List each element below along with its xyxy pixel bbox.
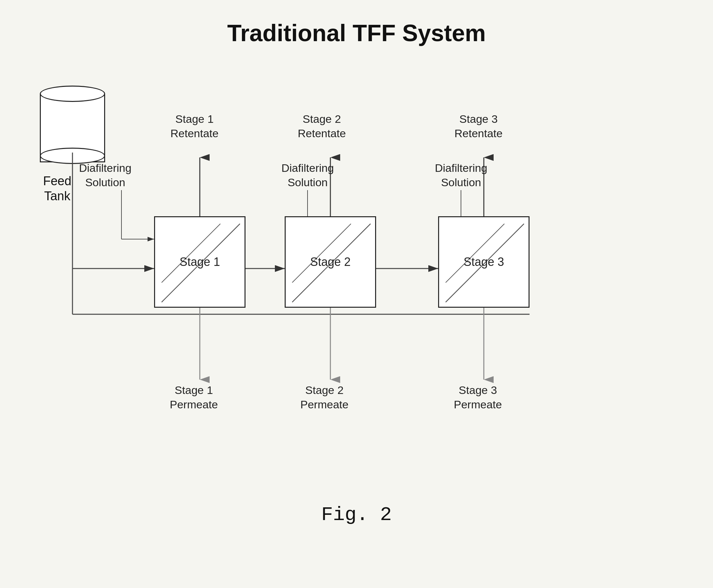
page-title: Traditional TFF System: [227, 20, 486, 46]
stage3-box: Stage 3: [438, 216, 530, 308]
stage3-diafiltering-label: Diafiltering Solution: [435, 161, 488, 189]
stage1-permeate-label: Stage 1 Permeate: [170, 383, 218, 412]
stage1-box: Stage 1: [154, 216, 245, 308]
stage3-label: Stage 3: [439, 255, 528, 269]
svg-line-26: [446, 224, 504, 282]
fig-caption: Fig. 2: [321, 504, 392, 526]
stage2-label: Stage 2: [286, 255, 375, 269]
svg-line-24: [292, 224, 351, 282]
stage1-diafiltering-label: Diafiltering Solution: [79, 161, 132, 189]
stage3-retentate-label: Stage 3 Retentate: [454, 112, 502, 141]
tank-top-ellipse: [40, 86, 105, 102]
stage1-label: Stage 1: [155, 255, 244, 269]
svg-line-22: [161, 224, 220, 282]
stage2-box: Stage 2: [285, 216, 376, 308]
stage1-retentate-label: Stage 1 Retentate: [170, 112, 218, 141]
stage3-permeate-label: Stage 3 Permeate: [454, 383, 502, 412]
stage2-retentate-label: Stage 2 Retentate: [298, 112, 346, 141]
stage2-permeate-label: Stage 2 Permeate: [300, 383, 348, 412]
diagram-area: Feed Tank: [14, 60, 699, 484]
page: Traditional TFF System Feed Tank: [0, 0, 713, 588]
stage2-diafiltering-label: Diafiltering Solution: [281, 161, 334, 189]
